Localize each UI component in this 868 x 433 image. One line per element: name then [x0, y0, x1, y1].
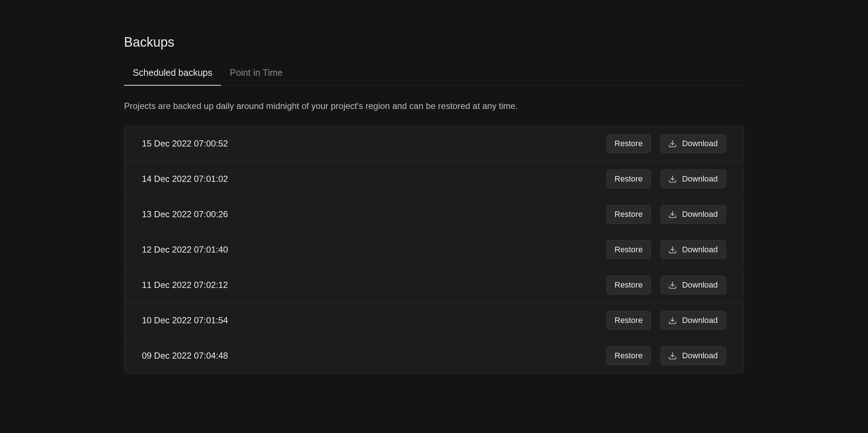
download-label: Download	[682, 351, 718, 360]
download-label: Download	[682, 280, 718, 290]
download-label: Download	[682, 210, 718, 219]
download-button[interactable]: Download	[660, 134, 726, 153]
download-button[interactable]: Download	[660, 311, 726, 330]
backup-actions: Restore Download	[606, 169, 726, 188]
backup-timestamp: 09 Dec 2022 07:04:48	[142, 351, 228, 361]
backup-timestamp: 13 Dec 2022 07:00:26	[142, 209, 228, 219]
backup-row: 14 Dec 2022 07:01:02 Restore Download	[124, 161, 744, 197]
restore-button[interactable]: Restore	[606, 169, 651, 188]
backup-timestamp: 15 Dec 2022 07:00:52	[142, 139, 228, 149]
backup-actions: Restore Download	[606, 240, 726, 259]
restore-label: Restore	[615, 174, 643, 184]
backup-row: 12 Dec 2022 07:01:40 Restore Download	[124, 232, 744, 268]
backups-page: Backups Scheduled backups Point in Time …	[0, 0, 868, 374]
download-icon	[668, 351, 677, 360]
download-label: Download	[682, 316, 718, 325]
restore-label: Restore	[615, 139, 643, 148]
download-button[interactable]: Download	[660, 169, 726, 188]
page-title: Backups	[124, 35, 744, 50]
backup-actions: Restore Download	[606, 205, 726, 224]
download-icon	[668, 139, 677, 148]
restore-button[interactable]: Restore	[606, 205, 651, 224]
restore-button[interactable]: Restore	[606, 240, 651, 259]
download-icon	[668, 210, 677, 219]
download-icon	[668, 175, 677, 183]
restore-button[interactable]: Restore	[606, 346, 651, 365]
restore-label: Restore	[615, 351, 643, 360]
restore-button[interactable]: Restore	[606, 276, 651, 294]
download-button[interactable]: Download	[660, 276, 726, 294]
download-button[interactable]: Download	[660, 346, 726, 365]
restore-label: Restore	[615, 280, 643, 290]
backup-row: 15 Dec 2022 07:00:52 Restore Download	[124, 126, 744, 161]
backup-row: 10 Dec 2022 07:01:54 Restore Download	[124, 303, 744, 338]
backup-timestamp: 10 Dec 2022 07:01:54	[142, 315, 228, 325]
description-text: Projects are backed up daily around midn…	[124, 101, 744, 111]
download-icon	[668, 281, 677, 289]
backup-actions: Restore Download	[606, 311, 726, 330]
download-button[interactable]: Download	[660, 205, 726, 224]
download-button[interactable]: Download	[660, 240, 726, 259]
tabs: Scheduled backups Point in Time	[124, 67, 744, 86]
restore-label: Restore	[615, 316, 643, 325]
download-label: Download	[682, 174, 718, 184]
tab-scheduled-backups[interactable]: Scheduled backups	[124, 67, 221, 85]
backup-list: 15 Dec 2022 07:00:52 Restore Download 14…	[124, 126, 744, 374]
restore-button[interactable]: Restore	[606, 134, 651, 153]
backup-row: 11 Dec 2022 07:02:12 Restore Download	[124, 268, 744, 303]
download-label: Download	[682, 139, 718, 148]
backup-timestamp: 14 Dec 2022 07:01:02	[142, 174, 228, 184]
backup-actions: Restore Download	[606, 276, 726, 294]
backup-actions: Restore Download	[606, 346, 726, 365]
backup-timestamp: 12 Dec 2022 07:01:40	[142, 245, 228, 255]
download-icon	[668, 316, 677, 325]
restore-label: Restore	[615, 245, 643, 254]
tab-label: Point in Time	[230, 67, 283, 78]
download-label: Download	[682, 245, 718, 254]
restore-label: Restore	[615, 210, 643, 219]
tab-point-in-time[interactable]: Point in Time	[221, 67, 291, 85]
backup-actions: Restore Download	[606, 134, 726, 153]
restore-button[interactable]: Restore	[606, 311, 651, 330]
download-icon	[668, 245, 677, 254]
backup-row: 13 Dec 2022 07:00:26 Restore Download	[124, 197, 744, 232]
backup-row: 09 Dec 2022 07:04:48 Restore Download	[124, 338, 744, 373]
tab-label: Scheduled backups	[133, 67, 212, 78]
backup-timestamp: 11 Dec 2022 07:02:12	[142, 280, 228, 290]
